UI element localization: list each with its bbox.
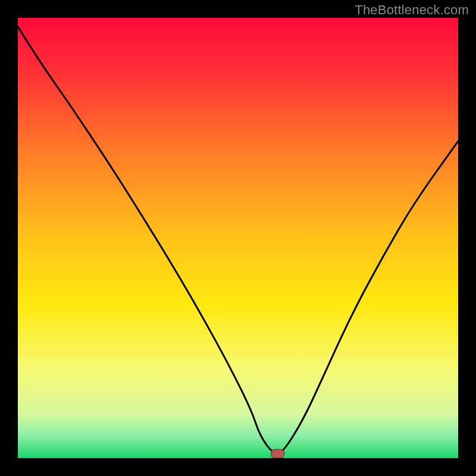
gradient-background: [18, 18, 458, 458]
plot-frame: [18, 18, 458, 458]
chart-container: TheBottleneck.com: [0, 0, 476, 476]
attribution-label: TheBottleneck.com: [355, 2, 469, 18]
plot-svg: [18, 18, 458, 458]
minimum-marker: [271, 450, 284, 458]
